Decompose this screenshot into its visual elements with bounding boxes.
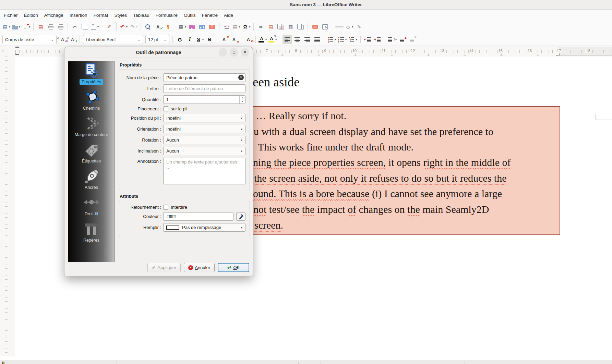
insert-field-button[interactable]: ▤▾: [232, 22, 241, 32]
tab-stop-marker[interactable]: ⊥: [354, 53, 357, 56]
page-break-button[interactable]: [222, 22, 231, 32]
tab-stop-marker[interactable]: ⊥: [317, 53, 320, 56]
insert-image-button[interactable]: [188, 22, 197, 32]
menu-insertion[interactable]: Insertion: [67, 11, 91, 19]
menu-affichage[interactable]: Affichage: [41, 11, 67, 19]
highlight-color-button[interactable]: A▾: [268, 35, 277, 44]
tab-type-selector-icon[interactable]: ∟: [1, 48, 5, 52]
sidebar-item-grainline[interactable]: Droit-fil: [68, 195, 115, 221]
menu-styles[interactable]: Styles: [111, 11, 130, 19]
eyedropper-button[interactable]: [236, 212, 245, 221]
insert-table-button[interactable]: ▦▾: [178, 22, 187, 32]
draw-freeform-button[interactable]: ✎: [355, 22, 364, 32]
menu-format[interactable]: Format: [91, 11, 111, 19]
special-character-button[interactable]: Ω▾: [242, 22, 251, 32]
align-center-button[interactable]: [292, 35, 302, 44]
update-style-button[interactable]: A: [58, 35, 67, 44]
font-name-combo[interactable]: Liberation Serif⌄: [83, 35, 143, 44]
annotation-textarea[interactable]: [163, 158, 245, 184]
bullet-list-button[interactable]: ▾: [327, 35, 337, 44]
basic-shapes-button[interactable]: ◇▾: [345, 22, 354, 32]
sidebar-item-anchors[interactable]: Ancres: [68, 169, 115, 195]
outline-list-button[interactable]: ▾: [348, 35, 358, 44]
sidebar-item-properties[interactable]: Propriétés: [68, 63, 115, 89]
menu-aide[interactable]: Aide: [221, 11, 236, 19]
menu-outils[interactable]: Outils: [181, 11, 199, 19]
italic-button[interactable]: I: [185, 35, 194, 44]
tab-stop-marker[interactable]: ⊥: [391, 53, 393, 56]
bookmark-button[interactable]: ▤: [266, 22, 275, 32]
spelling-button[interactable]: A: [153, 22, 163, 32]
clear-field-icon[interactable]: ✕: [238, 75, 244, 80]
tab-stop-marker[interactable]: ⊥: [281, 53, 284, 56]
insert-textbox-button[interactable]: T: [207, 22, 217, 32]
on-fold-checkbox[interactable]: [163, 106, 168, 111]
horizontal-line-button[interactable]: —: [335, 22, 344, 32]
quantity-stepper[interactable]: [163, 95, 245, 104]
paragraph-style-combo[interactable]: Corps de texte⌄: [2, 35, 57, 44]
underline-button[interactable]: S▾: [195, 35, 204, 44]
para-space-increase-button[interactable]: [398, 35, 407, 44]
numbered-list-button[interactable]: ▾: [337, 35, 347, 44]
comment-button[interactable]: [310, 22, 320, 32]
letter-input[interactable]: [163, 84, 245, 93]
sidebar-item-seam-allowance[interactable]: Marge de couture: [68, 116, 115, 142]
copy-button[interactable]: [80, 22, 89, 32]
menu-fenetre[interactable]: Fenêtre: [199, 11, 221, 19]
menu-edition[interactable]: Édition: [21, 11, 41, 19]
strikethrough-button[interactable]: S: [205, 35, 214, 44]
clear-formatting-button[interactable]: A: [244, 35, 253, 44]
tab-stop-marker[interactable]: ⊥: [427, 53, 430, 56]
print-preview-button[interactable]: [56, 22, 65, 32]
print-button[interactable]: [46, 22, 55, 32]
font-size-combo[interactable]: 12 pt⌄: [145, 35, 169, 44]
spin-up-icon[interactable]: ▲: [240, 96, 245, 100]
menu-tableau[interactable]: Tableau: [130, 11, 152, 19]
spin-down-icon[interactable]: ▼: [240, 100, 245, 104]
menu-formulaire[interactable]: Formulaire: [152, 11, 181, 19]
ok-button[interactable]: ↵ OK: [218, 263, 249, 272]
open-button[interactable]: ▾: [12, 22, 21, 32]
rotation-select[interactable]: Aucun ▾: [163, 136, 245, 144]
maximize-button[interactable]: □: [230, 48, 238, 57]
vertical-ruler[interactable]: [0, 57, 15, 356]
increase-indent-button[interactable]: [363, 35, 372, 44]
new-style-button[interactable]: A: [68, 35, 77, 44]
first-line-indent-marker[interactable]: [15, 53, 19, 55]
tab-stop-marker[interactable]: ⊥: [464, 53, 466, 56]
footnote-button[interactable]: ▥: [286, 22, 295, 32]
cut-button[interactable]: ✂: [70, 22, 80, 32]
minimize-button[interactable]: –: [219, 48, 227, 57]
save-button[interactable]: ▾: [22, 22, 31, 32]
close-button[interactable]: ✕: [241, 48, 249, 57]
tab-stop-marker[interactable]: ⊥: [500, 53, 503, 56]
spin-buttons[interactable]: ▲ ▼: [239, 96, 245, 104]
fill-select[interactable]: Pas de remplissage ▾: [163, 223, 245, 232]
fold-position-select[interactable]: Indéfini ▾: [163, 114, 245, 122]
paste-button[interactable]: ▾: [90, 22, 99, 32]
sidebar-item-labels[interactable]: Étiquettes: [68, 142, 115, 169]
superscript-button[interactable]: A: [219, 35, 229, 44]
forbid-flipping-checkbox[interactable]: [163, 205, 168, 210]
justify-button[interactable]: [312, 35, 322, 44]
menu-fichier[interactable]: Fichier: [1, 11, 21, 19]
subscript-button[interactable]: A: [229, 35, 239, 44]
orientation-select[interactable]: Indéfini ▾: [163, 125, 245, 133]
tab-stop-marker[interactable]: ⊥: [537, 53, 539, 56]
sidebar-item-paths[interactable]: Chemins: [68, 89, 115, 116]
align-left-button[interactable]: [283, 35, 292, 44]
new-document-button[interactable]: ▤▾: [2, 22, 11, 32]
insert-chart-button[interactable]: [197, 22, 207, 32]
piece-name-input[interactable]: [163, 73, 245, 82]
formatting-marks-button[interactable]: ¶: [163, 22, 172, 32]
export-pdf-button[interactable]: ▤: [36, 22, 45, 32]
bold-button[interactable]: G: [175, 35, 184, 44]
undo-button[interactable]: ↶▾: [119, 22, 128, 32]
line-spacing-button[interactable]: ▾: [387, 35, 397, 44]
tilt-select[interactable]: Aucun ▾: [163, 147, 245, 155]
find-replace-button[interactable]: [143, 22, 153, 32]
align-right-button[interactable]: [302, 35, 312, 44]
color-input[interactable]: [163, 212, 233, 221]
track-changes-button[interactable]: ✎: [320, 22, 329, 32]
left-indent-marker[interactable]: [15, 47, 19, 48]
